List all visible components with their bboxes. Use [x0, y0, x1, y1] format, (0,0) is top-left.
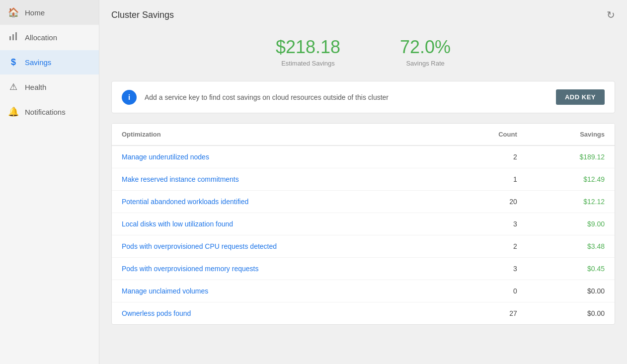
optimization-link[interactable]: Pods with overprovisioned CPU requests d…	[112, 235, 452, 258]
table-row: Manage underutilized nodes2$189.12	[112, 146, 615, 168]
count-cell: 2	[452, 146, 527, 168]
savings-cell: $189.12	[527, 146, 615, 168]
page-header: Cluster Savings ↻	[99, 0, 627, 29]
estimated-savings-block: $218.18 Estimated Savings	[276, 37, 340, 67]
svg-rect-0	[9, 36, 11, 40]
info-icon: i	[122, 90, 137, 105]
savings-icon: $	[8, 57, 19, 68]
refresh-button[interactable]: ↻	[607, 9, 615, 21]
count-cell: 27	[452, 302, 527, 325]
sidebar-item-label: Allocation	[25, 33, 57, 42]
table-row: Pods with overprovisioned CPU requests d…	[112, 235, 615, 258]
table-row: Local disks with low utilization found3$…	[112, 213, 615, 235]
sidebar-item-label: Home	[25, 8, 45, 17]
banner-text: Add a service key to find cost savings o…	[145, 93, 548, 101]
savings-rate-block: 72.0% Savings Rate	[400, 37, 451, 67]
sidebar-item-notifications[interactable]: 🔔 Notifications	[0, 99, 99, 124]
optimization-link[interactable]: Make reserved instance commitments	[112, 168, 452, 191]
optimization-link[interactable]: Manage unclaimed volumes	[112, 280, 452, 302]
sidebar-item-savings[interactable]: $ Savings	[0, 50, 99, 74]
table-row: Manage unclaimed volumes0$0.00	[112, 280, 615, 302]
optimizations-table: Optimization Count Savings Manage underu…	[112, 124, 615, 324]
optimization-link[interactable]: Ownerless pods found	[112, 302, 452, 325]
savings-cell: $0.00	[527, 302, 615, 325]
count-cell: 20	[452, 191, 527, 213]
sidebar-item-label: Savings	[25, 58, 51, 67]
count-cell: 3	[452, 258, 527, 280]
col-count: Count	[452, 124, 527, 146]
optimizations-table-container: Optimization Count Savings Manage underu…	[111, 123, 615, 325]
main-content: Cluster Savings ↻ $218.18 Estimated Savi…	[99, 0, 627, 364]
estimated-savings-label: Estimated Savings	[276, 60, 340, 67]
table-row: Make reserved instance commitments1$12.4…	[112, 168, 615, 191]
sidebar: 🏠 Home Allocation $ Savings ⚠ Health 🔔 N…	[0, 0, 99, 364]
savings-rate-label: Savings Rate	[400, 60, 451, 67]
sidebar-item-label: Notifications	[25, 108, 66, 116]
notifications-icon: 🔔	[8, 106, 19, 117]
optimization-link[interactable]: Manage underutilized nodes	[112, 146, 452, 168]
estimated-savings-value: $218.18	[276, 37, 340, 58]
page-title: Cluster Savings	[111, 10, 174, 20]
savings-cell: $3.48	[527, 235, 615, 258]
col-optimization: Optimization	[112, 124, 452, 146]
count-cell: 1	[452, 168, 527, 191]
info-banner: i Add a service key to find cost savings…	[111, 81, 615, 113]
col-savings: Savings	[527, 124, 615, 146]
table-row: Potential abandoned workloads identified…	[112, 191, 615, 213]
savings-cell: $12.49	[527, 168, 615, 191]
optimization-link[interactable]: Local disks with low utilization found	[112, 213, 452, 235]
count-cell: 2	[452, 235, 527, 258]
svg-rect-1	[12, 34, 14, 40]
optimization-link[interactable]: Potential abandoned workloads identified	[112, 191, 452, 213]
table-row: Pods with overprovisioned memory request…	[112, 258, 615, 280]
health-icon: ⚠	[8, 81, 19, 92]
savings-cell: $12.12	[527, 191, 615, 213]
home-icon: 🏠	[8, 7, 19, 18]
sidebar-item-health[interactable]: ⚠ Health	[0, 74, 99, 99]
savings-rate-value: 72.0%	[400, 37, 451, 58]
count-cell: 3	[452, 213, 527, 235]
savings-cell: $9.00	[527, 213, 615, 235]
allocation-icon	[8, 32, 19, 43]
stats-section: $218.18 Estimated Savings 72.0% Savings …	[99, 29, 627, 81]
sidebar-item-label: Health	[25, 83, 46, 91]
table-header-row: Optimization Count Savings	[112, 124, 615, 146]
add-key-button[interactable]: ADD KEY	[556, 89, 605, 105]
svg-rect-2	[15, 32, 17, 40]
sidebar-item-allocation[interactable]: Allocation	[0, 25, 99, 50]
savings-cell: $0.45	[527, 258, 615, 280]
table-row: Ownerless pods found27$0.00	[112, 302, 615, 325]
sidebar-item-home[interactable]: 🏠 Home	[0, 0, 99, 25]
optimization-link[interactable]: Pods with overprovisioned memory request…	[112, 258, 452, 280]
count-cell: 0	[452, 280, 527, 302]
savings-cell: $0.00	[527, 280, 615, 302]
